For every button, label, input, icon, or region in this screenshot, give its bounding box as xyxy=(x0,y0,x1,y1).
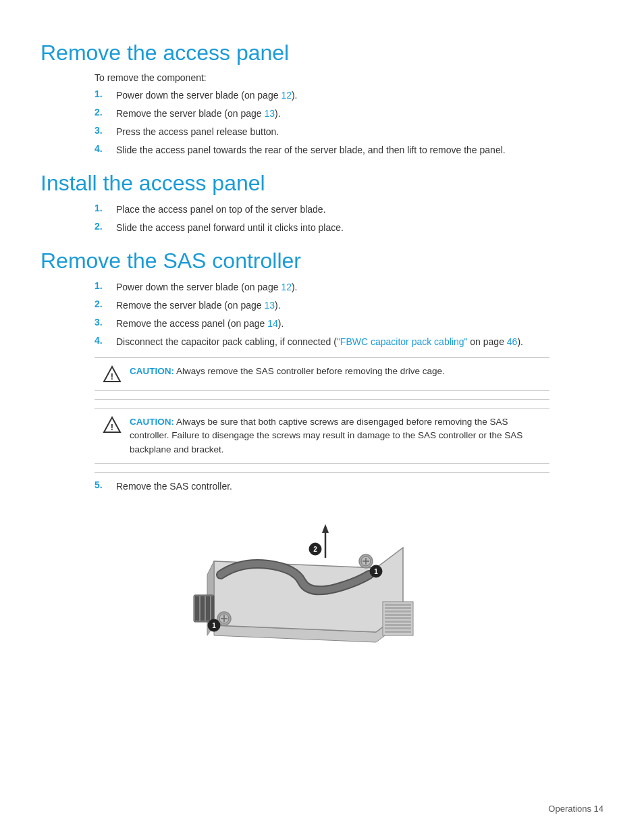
section1-steps: 1. Power down the server blade (on page … xyxy=(95,88,603,157)
step-text: Disconnect the capacitor pack cabling, i… xyxy=(116,335,523,349)
list-item: 2. Remove the server blade (on page 13). xyxy=(95,298,603,313)
step-text: Remove the server blade (on page 13). xyxy=(116,107,281,121)
list-item: 2. Remove the server blade (on page 13). xyxy=(95,107,603,121)
svg-text:!: ! xyxy=(111,422,113,432)
caution-box-1: ! CAUTION: Always remove the SAS control… xyxy=(95,357,549,391)
caution2-label: CAUTION: xyxy=(130,417,174,427)
step-text: Slide the access panel forward until it … xyxy=(116,221,344,235)
svg-rect-30 xyxy=(385,607,411,609)
step-num: 1. xyxy=(95,88,111,99)
link-page13b[interactable]: 13 xyxy=(264,300,275,311)
step-num: 2. xyxy=(95,298,111,309)
section3-steps: 1. Power down the server blade (on page … xyxy=(95,280,603,349)
step-num: 1. xyxy=(95,203,111,213)
divider2 xyxy=(95,472,549,473)
svg-rect-8 xyxy=(195,596,199,621)
svg-rect-9 xyxy=(200,596,205,621)
section1-title: Remove the access panel xyxy=(41,41,603,66)
step-num: 4. xyxy=(95,335,111,346)
caution-box-2: ! CAUTION: Always be sure that both capt… xyxy=(95,408,549,464)
svg-text:2: 2 xyxy=(313,546,317,553)
svg-rect-36 xyxy=(385,627,411,629)
list-item: 1. Power down the server blade (on page … xyxy=(95,280,603,294)
diagram-svg: 1 1 2 xyxy=(180,507,464,669)
caution-triangle-icon: ! xyxy=(103,365,122,384)
list-item: 1. Power down the server blade (on page … xyxy=(95,88,603,103)
section3-step5: 5. Remove the SAS controller. xyxy=(95,479,603,494)
svg-rect-32 xyxy=(385,614,411,616)
step-text: Place the access panel on top of the ser… xyxy=(116,203,326,217)
svg-text:1: 1 xyxy=(212,622,216,629)
svg-rect-31 xyxy=(385,610,411,613)
step-text: Press the access panel release button. xyxy=(116,125,279,139)
step-text: Remove the server blade (on page 13). xyxy=(116,298,281,313)
divider xyxy=(95,399,549,400)
sas-controller-diagram: 1 1 2 xyxy=(180,507,464,669)
link-page13[interactable]: 13 xyxy=(264,108,275,119)
list-item: 4. Slide the access panel towards the re… xyxy=(95,143,603,157)
list-item: 1. Place the access panel on top of the … xyxy=(95,203,603,217)
svg-rect-33 xyxy=(385,617,411,619)
section2-steps: 1. Place the access panel on top of the … xyxy=(95,203,603,235)
svg-rect-10 xyxy=(206,596,210,621)
caution1-label: CAUTION: xyxy=(130,366,174,376)
section3-title: Remove the SAS controller xyxy=(41,249,603,273)
svg-rect-34 xyxy=(385,621,411,623)
step-text: Slide the access panel towards the rear … xyxy=(116,143,506,157)
svg-rect-35 xyxy=(385,624,411,626)
step-num: 5. xyxy=(95,479,111,490)
step-text: Remove the SAS controller. xyxy=(116,479,232,494)
link-page12[interactable]: 12 xyxy=(281,90,292,101)
list-item: 2. Slide the access panel forward until … xyxy=(95,221,603,235)
svg-rect-37 xyxy=(385,631,411,633)
caution2-text: CAUTION: Always be sure that both captiv… xyxy=(130,415,541,457)
step-text: Remove the access panel (on page 14). xyxy=(116,317,284,331)
svg-marker-25 xyxy=(322,524,329,533)
step-num: 4. xyxy=(95,143,111,154)
svg-rect-29 xyxy=(385,604,411,606)
link-page46[interactable]: 46 xyxy=(507,336,518,347)
step-text: Power down the server blade (on page 12)… xyxy=(116,88,298,103)
step-num: 3. xyxy=(95,125,111,136)
list-item: 3. Press the access panel release button… xyxy=(95,125,603,139)
list-item: 4. Disconnect the capacitor pack cabling… xyxy=(95,335,603,349)
link-page12b[interactable]: 12 xyxy=(281,282,292,292)
step-num: 3. xyxy=(95,317,111,328)
section2-title: Install the access panel xyxy=(41,171,603,196)
step-text: Power down the server blade (on page 12)… xyxy=(116,280,298,294)
link-page14[interactable]: 14 xyxy=(267,318,278,329)
footer-text: Operations 14 xyxy=(548,804,603,814)
caution1-text: CAUTION: Always remove the SAS controlle… xyxy=(130,365,445,378)
page-footer: Operations 14 xyxy=(548,804,603,814)
svg-text:!: ! xyxy=(111,371,113,382)
step-num: 2. xyxy=(95,221,111,232)
step-num: 1. xyxy=(95,280,111,291)
caution-triangle-icon-2: ! xyxy=(103,415,122,434)
svg-rect-11 xyxy=(211,596,214,621)
step-num: 2. xyxy=(95,107,111,118)
svg-text:1: 1 xyxy=(374,568,378,575)
section1-intro: To remove the component: xyxy=(95,72,603,83)
list-item: 3. Remove the access panel (on page 14). xyxy=(95,317,603,331)
list-item: 5. Remove the SAS controller. xyxy=(95,479,603,494)
link-fbwc[interactable]: "FBWC capacitor pack cabling" xyxy=(337,336,468,347)
